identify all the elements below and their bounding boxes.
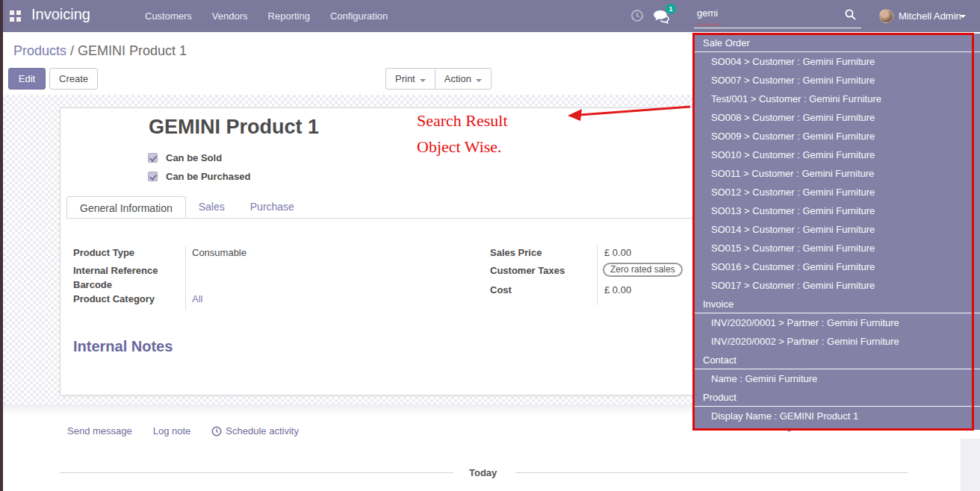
can-be-purchased-row: Can be Purchased <box>148 171 250 182</box>
search-result-item[interactable]: SO009 > Customer : Gemini Furniture <box>694 127 980 146</box>
create-button[interactable]: Create <box>49 68 98 90</box>
content-edge-strip <box>961 439 980 491</box>
search-result-item[interactable]: SO015 > Customer : Gemini Furniture <box>694 239 980 257</box>
can-be-sold-checkbox[interactable] <box>148 153 158 163</box>
apps-menu-icon[interactable] <box>10 10 21 22</box>
print-caret-icon <box>420 79 426 82</box>
search-result-item[interactable]: INV/2020/0002 > Partner : Gemini Furnitu… <box>694 332 980 351</box>
search-result-category: Invoice <box>694 296 980 313</box>
print-action-group: Print Action <box>385 68 491 90</box>
top-menu-item[interactable]: Customers <box>145 10 192 22</box>
annotation-arrow <box>562 101 695 124</box>
search-result-item[interactable]: SO008 > Customer : Gemini Furniture <box>694 108 980 127</box>
breadcrumb-separator: / <box>66 43 78 58</box>
search-result-category: Contact <box>694 352 980 369</box>
can-be-sold-label: Can be Sold <box>166 152 222 163</box>
search-result-item[interactable]: INV/2020/0001 > Partner : Gemini Furnitu… <box>694 313 980 332</box>
search-result-item[interactable]: SO014 > Customer : Gemini Furniture <box>694 220 980 239</box>
internal-notes-heading: Internal Notes <box>73 338 173 355</box>
search-result-item[interactable]: Name : Gemini Furniture <box>694 369 980 388</box>
today-label: Today <box>469 467 497 478</box>
product-category-value[interactable]: All <box>192 293 202 304</box>
action-button[interactable]: Action <box>435 68 491 90</box>
breadcrumb: Products / GEMINI Product 1 <box>13 43 187 59</box>
notebook-tabs: General Information Sales Purchase <box>66 196 307 218</box>
tab-purchase[interactable]: Purchase <box>238 196 307 218</box>
breadcrumb-products-link[interactable]: Products <box>13 43 66 58</box>
search-icon[interactable] <box>844 8 857 24</box>
product-category-label: Product Category <box>73 293 155 304</box>
search-result-item[interactable]: Display Name : GEMINI Product 1 <box>694 407 980 425</box>
top-navbar: Invoicing CustomersVendorsReportingConfi… <box>0 0 980 32</box>
search-result-item[interactable]: Test/001 > Customer : Gemini Furniture <box>694 90 980 108</box>
search-result-item[interactable]: SO013 > Customer : Gemini Furniture <box>694 201 980 220</box>
user-name[interactable]: Mitchell Admin <box>899 10 961 22</box>
print-button[interactable]: Print <box>385 68 435 90</box>
global-search <box>694 4 861 28</box>
top-menu-item[interactable]: Reporting <box>268 10 310 22</box>
search-result-item[interactable]: SO017 > Customer : Gemini Furniture <box>694 276 980 295</box>
tab-sales[interactable]: Sales <box>186 196 238 218</box>
action-caret-icon <box>476 79 482 82</box>
product-type-value: Consumable <box>192 247 246 258</box>
top-menu-item[interactable]: Vendors <box>212 10 248 22</box>
schedule-clock-icon <box>211 426 222 437</box>
activities-clock-icon[interactable] <box>630 9 644 25</box>
schedule-activity-link[interactable]: Schedule activity <box>211 425 299 437</box>
chatter-actions: Send message Log note Schedule activity <box>67 425 299 437</box>
annotation-text-line2: Object Wise. <box>417 137 502 157</box>
internal-reference-label: Internal Reference <box>73 265 158 276</box>
search-result-item[interactable]: SO007 > Customer : Gemini Furniture <box>694 71 980 90</box>
can-be-purchased-label: Can be Purchased <box>166 171 250 182</box>
product-title: GEMINI Product 1 <box>149 116 319 139</box>
field-divider-left <box>185 246 186 310</box>
action-label: Action <box>444 73 471 84</box>
customer-taxes-label: Customer Taxes <box>490 265 565 276</box>
messages-badge[interactable]: 1 <box>666 4 676 14</box>
search-result-item[interactable]: SO016 > Customer : Gemini Furniture <box>694 257 980 276</box>
cost-value: £ 0.00 <box>604 284 631 295</box>
search-result-category: Product <box>694 390 980 407</box>
tab-general-information[interactable]: General Information <box>66 196 186 219</box>
customer-taxes-badge: Zero rated sales <box>603 263 683 277</box>
search-result-item[interactable]: SO004 > Customer : Gemini Furniture <box>694 52 980 71</box>
can-be-sold-row: Can be Sold <box>148 152 222 163</box>
breadcrumb-current: GEMINI Product 1 <box>78 43 187 58</box>
today-line-right <box>515 472 908 473</box>
search-input[interactable] <box>697 7 839 19</box>
sales-price-value: £ 0.00 <box>604 247 631 258</box>
cost-label: Cost <box>490 284 512 295</box>
app-name[interactable]: Invoicing <box>31 6 90 23</box>
search-result-item[interactable]: SO010 > Customer : Gemini Furniture <box>694 146 980 164</box>
search-results-dropdown: Sale OrderSO004 > Customer : Gemini Furn… <box>694 34 980 430</box>
top-menu: CustomersVendorsReportingConfiguration <box>145 0 388 32</box>
log-note-link[interactable]: Log note <box>153 425 191 437</box>
user-menu-caret-icon[interactable] <box>960 15 966 18</box>
schedule-activity-label: Schedule activity <box>226 425 299 437</box>
today-line-left <box>60 472 453 473</box>
screen-edge-strip <box>0 0 3 491</box>
annotation-text-line1: Search Result <box>417 111 508 131</box>
search-result-category: Sale Order <box>694 35 980 52</box>
user-avatar[interactable] <box>879 9 893 23</box>
search-result-item[interactable]: SO012 > Customer : Gemini Furniture <box>694 183 980 201</box>
spellcheck-squiggle <box>697 22 721 26</box>
product-type-label: Product Type <box>73 247 134 258</box>
edit-button[interactable]: Edit <box>8 68 46 90</box>
screen: Invoicing CustomersVendorsReportingConfi… <box>0 0 980 491</box>
search-result-item[interactable]: SO011 > Customer : Gemini Furniture <box>694 164 980 183</box>
sales-price-label: Sales Price <box>490 247 542 258</box>
print-label: Print <box>395 73 415 84</box>
top-menu-item[interactable]: Configuration <box>330 10 388 22</box>
field-divider-right <box>597 246 598 305</box>
send-message-link[interactable]: Send message <box>67 425 132 437</box>
barcode-label: Barcode <box>73 279 112 290</box>
can-be-purchased-checkbox[interactable] <box>148 172 158 181</box>
